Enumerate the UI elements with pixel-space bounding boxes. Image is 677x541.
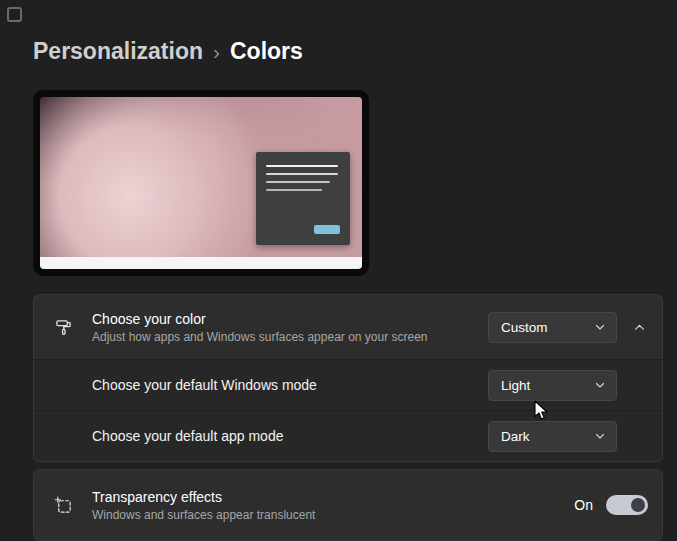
preview-accent-button: [314, 225, 340, 234]
theme-preview-inner: [40, 97, 362, 269]
color-mode-value: Custom: [501, 320, 548, 335]
chevron-down-icon: [594, 379, 606, 391]
preview-taskbar: [40, 257, 362, 269]
breadcrumb: Personalization › Colors: [33, 36, 663, 66]
app-mode-row: Choose your default app mode Dark: [34, 410, 662, 461]
windows-mode-value: Light: [501, 378, 530, 393]
settings-colors-page: Personalization › Colors: [0, 0, 677, 541]
app-mode-value: Dark: [501, 429, 530, 444]
choose-your-color-title: Choose your color: [92, 310, 488, 328]
chevron-up-icon: [633, 321, 646, 334]
preview-text-line: [266, 189, 322, 191]
preview-wallpaper: [40, 97, 362, 257]
choose-your-color-texts: Choose your color Adjust how apps and Wi…: [92, 310, 488, 345]
chevron-down-icon: [594, 321, 606, 333]
windows-mode-row: Choose your default Windows mode Light: [34, 359, 662, 410]
theme-preview: [33, 90, 369, 276]
preview-text-line: [266, 181, 330, 183]
color-mode-dropdown[interactable]: Custom: [488, 312, 617, 343]
transparency-row: Transparency effects Windows and surface…: [34, 470, 662, 540]
window-icon-fragment: [7, 7, 22, 22]
preview-text-line: [266, 173, 338, 175]
choose-your-color-subtitle: Adjust how apps and Windows surfaces app…: [92, 330, 488, 345]
preview-text-line: [266, 165, 338, 167]
transparency-title: Transparency effects: [92, 488, 574, 506]
choose-your-color-row[interactable]: Choose your color Adjust how apps and Wi…: [34, 295, 662, 359]
transparency-subtitle: Windows and surfaces appear translucent: [92, 508, 574, 523]
preview-app-window: [256, 152, 350, 245]
breadcrumb-colors: Colors: [230, 38, 303, 65]
windows-mode-dropdown[interactable]: Light: [488, 370, 617, 401]
collapse-button[interactable]: [617, 295, 662, 359]
chevron-down-icon: [594, 430, 606, 442]
transparency-texts: Transparency effects Windows and surface…: [92, 488, 574, 523]
transparency-toggle-label: On: [574, 497, 593, 513]
choose-your-color-card: Choose your color Adjust how apps and Wi…: [33, 294, 663, 462]
transparency-toggle[interactable]: [606, 495, 648, 515]
app-mode-dropdown[interactable]: Dark: [488, 421, 617, 452]
transparency-icon: [34, 496, 92, 515]
transparency-card: Transparency effects Windows and surface…: [33, 469, 663, 541]
windows-mode-label: Choose your default Windows mode: [92, 377, 488, 393]
breadcrumb-personalization[interactable]: Personalization: [33, 38, 203, 65]
color-palette-icon: [34, 318, 92, 337]
app-mode-label: Choose your default app mode: [92, 428, 488, 444]
breadcrumb-separator: ›: [213, 39, 220, 64]
